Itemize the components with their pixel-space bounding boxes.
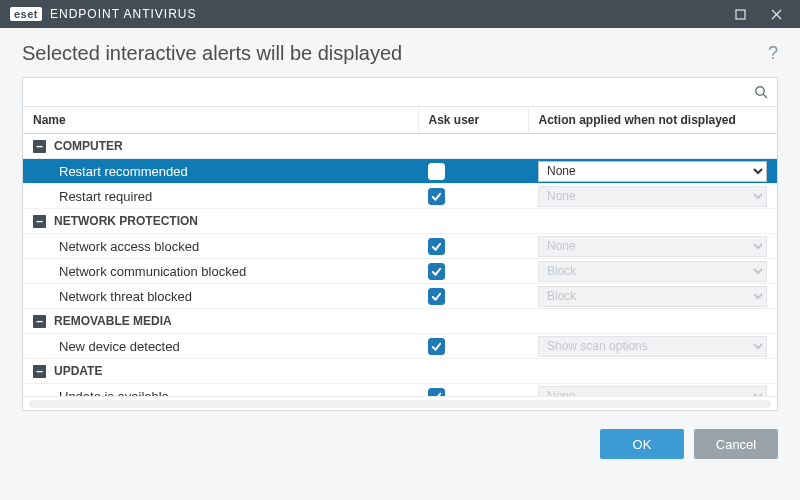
group-label: NETWORK PROTECTION [54, 214, 198, 228]
svg-rect-0 [736, 10, 745, 19]
ask-user-checkbox[interactable] [428, 338, 445, 355]
action-select: Show scan options [538, 336, 767, 357]
search-row [23, 78, 777, 107]
group-row: –NETWORK PROTECTION [23, 209, 777, 234]
action-select: None [538, 236, 767, 257]
group-label: REMOVABLE MEDIA [54, 314, 172, 328]
alert-name: Network threat blocked [23, 284, 418, 309]
collapse-icon[interactable]: – [33, 315, 46, 328]
svg-point-3 [756, 87, 764, 95]
alert-name: Restart recommended [23, 159, 418, 184]
search-icon[interactable] [751, 82, 771, 102]
brand-logo: eset [10, 7, 42, 21]
horizontal-scrollbar[interactable] [23, 396, 777, 410]
alert-name: New device detected [23, 334, 418, 359]
cancel-button[interactable]: Cancel [694, 429, 778, 459]
action-select: None [538, 386, 767, 397]
ask-user-checkbox[interactable] [428, 288, 445, 305]
action-select: None [538, 186, 767, 207]
alerts-panel: Name Ask user Action applied when not di… [22, 77, 778, 411]
group-label: UPDATE [54, 364, 102, 378]
table-row[interactable]: Network access blockedNone [23, 234, 777, 259]
column-header-name[interactable]: Name [23, 107, 418, 134]
window-maximize-button[interactable] [726, 0, 754, 28]
alert-name: Update is available [23, 384, 418, 397]
group-row: –REMOVABLE MEDIA [23, 309, 777, 334]
column-header-action[interactable]: Action applied when not displayed [528, 107, 777, 134]
ask-user-checkbox[interactable] [428, 188, 445, 205]
group-row: –COMPUTER [23, 134, 777, 159]
alert-name: Network access blocked [23, 234, 418, 259]
ask-user-checkbox[interactable] [428, 163, 445, 180]
collapse-icon[interactable]: – [33, 365, 46, 378]
ask-user-checkbox[interactable] [428, 388, 445, 397]
collapse-icon[interactable]: – [33, 215, 46, 228]
alert-name: Restart required [23, 184, 418, 209]
collapse-icon[interactable]: – [33, 140, 46, 153]
table-row[interactable]: Update is availableNone [23, 384, 777, 397]
table-row[interactable]: Network threat blockedBlock [23, 284, 777, 309]
ask-user-checkbox[interactable] [428, 263, 445, 280]
table-row[interactable]: New device detectedShow scan options [23, 334, 777, 359]
alerts-table: Name Ask user Action applied when not di… [23, 107, 777, 396]
titlebar: eset ENDPOINT ANTIVIRUS [0, 0, 800, 28]
help-icon[interactable]: ? [768, 43, 778, 64]
alerts-table-scroll[interactable]: Name Ask user Action applied when not di… [23, 107, 777, 396]
page-title: Selected interactive alerts will be disp… [22, 42, 402, 65]
window-close-button[interactable] [762, 0, 790, 28]
dialog-footer: OK Cancel [0, 411, 800, 477]
group-label: COMPUTER [54, 139, 123, 153]
column-header-ask[interactable]: Ask user [418, 107, 528, 134]
product-name: ENDPOINT ANTIVIRUS [50, 7, 196, 21]
header: Selected interactive alerts will be disp… [0, 28, 800, 77]
action-select[interactable]: None [538, 161, 767, 182]
group-row: –UPDATE [23, 359, 777, 384]
table-row[interactable]: Network communication blockedBlock [23, 259, 777, 284]
table-row[interactable]: Restart requiredNone [23, 184, 777, 209]
ask-user-checkbox[interactable] [428, 238, 445, 255]
table-row[interactable]: Restart recommendedNone [23, 159, 777, 184]
svg-line-4 [763, 94, 767, 98]
ok-button[interactable]: OK [600, 429, 684, 459]
action-select: Block [538, 286, 767, 307]
action-select: Block [538, 261, 767, 282]
alert-name: Network communication blocked [23, 259, 418, 284]
